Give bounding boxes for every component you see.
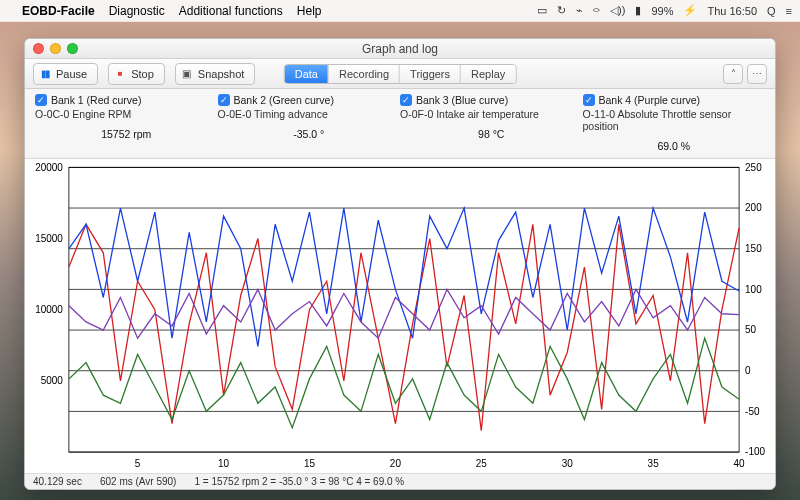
svg-text:5: 5 — [135, 458, 141, 469]
bank-3-checkbox[interactable]: ✓ — [400, 94, 412, 106]
tray-battery-icon[interactable]: ▮ — [635, 4, 641, 17]
svg-text:30: 30 — [562, 458, 573, 469]
tray-sync-icon[interactable]: ↻ — [557, 4, 566, 17]
bank-2-checkbox[interactable]: ✓ — [218, 94, 230, 106]
close-icon[interactable] — [33, 43, 44, 54]
toolbar: ▮▮ Pause ■ Stop ▣ Snapshot Data Recordin… — [25, 59, 775, 89]
spotlight-icon[interactable]: Q — [767, 5, 776, 17]
tray-clock[interactable]: Thu 16:50 — [707, 5, 757, 17]
svg-text:10: 10 — [218, 458, 229, 469]
bank-3-value: 98 °C — [478, 128, 504, 140]
bank-2-pid[interactable]: O-0E-0 Timing advance — [218, 108, 328, 120]
svg-text:0: 0 — [745, 365, 751, 376]
macos-menubar: EOBD-Facile Diagnostic Additional functi… — [0, 0, 800, 22]
settings-button[interactable]: ⋯ — [747, 64, 767, 84]
svg-text:100: 100 — [745, 283, 762, 294]
menubar-item-help[interactable]: Help — [297, 4, 322, 18]
bank-1-checkbox[interactable]: ✓ — [35, 94, 47, 106]
app-window: Graph and log ▮▮ Pause ■ Stop ▣ Snapshot… — [24, 38, 776, 490]
svg-text:-100: -100 — [745, 446, 765, 457]
menubar-app-name[interactable]: EOBD-Facile — [22, 4, 95, 18]
bank-3: ✓Bank 3 (Blue curve) O-0F-0 Intake air t… — [400, 94, 583, 156]
menubar-item-diagnostic[interactable]: Diagnostic — [109, 4, 165, 18]
svg-text:-50: -50 — [745, 405, 760, 416]
bank-4-value: 69.0 % — [657, 140, 690, 152]
tab-replay[interactable]: Replay — [460, 65, 515, 83]
stop-button[interactable]: ■ Stop — [108, 63, 165, 85]
tray-wifi-icon[interactable]: ⌔ — [593, 5, 600, 17]
status-rate: 602 ms (Avr 590) — [100, 476, 177, 487]
svg-text:20000: 20000 — [35, 161, 63, 172]
svg-text:5000: 5000 — [41, 375, 63, 386]
bank-1-pid[interactable]: O-0C-0 Engine RPM — [35, 108, 131, 120]
status-bar: 40.129 sec 602 ms (Avr 590) 1 = 15752 rp… — [25, 473, 775, 489]
svg-text:15: 15 — [304, 458, 315, 469]
bank-2: ✓Bank 2 (Green curve) O-0E-0 Timing adva… — [218, 94, 401, 156]
svg-text:15000: 15000 — [35, 232, 63, 243]
bank-4-checkbox[interactable]: ✓ — [583, 94, 595, 106]
svg-text:200: 200 — [745, 202, 762, 213]
status-time: 40.129 sec — [33, 476, 82, 487]
menubar-item-additional[interactable]: Additional functions — [179, 4, 283, 18]
zoom-icon[interactable] — [67, 43, 78, 54]
banks-panel: ✓Bank 1 (Red curve) O-0C-0 Engine RPM 15… — [25, 89, 775, 156]
pause-button[interactable]: ▮▮ Pause — [33, 63, 98, 85]
stop-icon: ■ — [115, 69, 125, 78]
tab-triggers[interactable]: Triggers — [399, 65, 460, 83]
bank-3-pid[interactable]: O-0F-0 Intake air temperature — [400, 108, 539, 120]
tray-battery-pct: 99% — [651, 5, 673, 17]
svg-text:25: 25 — [476, 458, 487, 469]
tray-volume-icon[interactable]: ◁)) — [610, 4, 625, 17]
bank-1-value: 15752 rpm — [101, 128, 151, 140]
bank-2-value: -35.0 ° — [293, 128, 324, 140]
tab-recording[interactable]: Recording — [328, 65, 399, 83]
tray-bluetooth-icon[interactable]: ⌁ — [576, 4, 583, 17]
collapse-button[interactable]: ˄ — [723, 64, 743, 84]
tab-data[interactable]: Data — [285, 65, 328, 83]
minimize-icon[interactable] — [50, 43, 61, 54]
svg-text:40: 40 — [734, 458, 745, 469]
svg-text:250: 250 — [745, 161, 762, 172]
snapshot-button[interactable]: ▣ Snapshot — [175, 63, 255, 85]
svg-text:150: 150 — [745, 243, 762, 254]
mode-tabs: Data Recording Triggers Replay — [284, 64, 517, 84]
svg-text:20: 20 — [390, 458, 401, 469]
window-titlebar[interactable]: Graph and log — [25, 39, 775, 59]
pause-icon: ▮▮ — [40, 68, 50, 79]
status-summary: 1 = 15752 rpm 2 = -35.0 ° 3 = 98 °C 4 = … — [194, 476, 404, 487]
tray-power-icon[interactable]: ⚡ — [683, 4, 697, 17]
chart-area[interactable]: 5000100001500020000-100-5005010015020025… — [25, 158, 775, 473]
bank-4-pid[interactable]: O-11-0 Absolute Throttle sensor position — [583, 108, 766, 132]
camera-icon: ▣ — [182, 68, 192, 79]
bank-4: ✓Bank 4 (Purple curve) O-11-0 Absolute T… — [583, 94, 766, 156]
window-title: Graph and log — [362, 42, 438, 56]
bank-1: ✓Bank 1 (Red curve) O-0C-0 Engine RPM 15… — [35, 94, 218, 156]
svg-text:35: 35 — [648, 458, 659, 469]
line-chart: 5000100001500020000-100-5005010015020025… — [25, 159, 775, 473]
tray-display-icon[interactable]: ▭ — [537, 4, 547, 17]
svg-text:50: 50 — [745, 324, 756, 335]
svg-text:10000: 10000 — [35, 304, 63, 315]
notif-center-icon[interactable]: ≡ — [786, 5, 792, 17]
